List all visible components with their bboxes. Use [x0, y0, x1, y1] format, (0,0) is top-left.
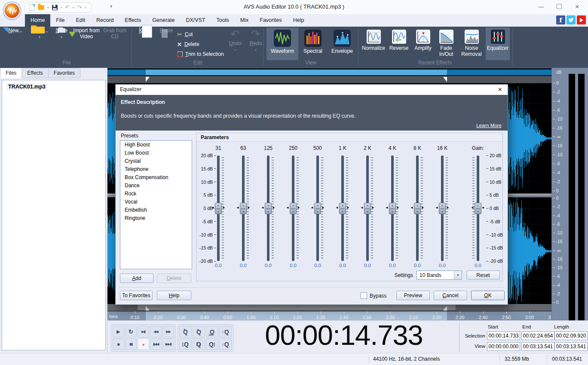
- eq-band-slider[interactable]: 16 K ◄ ► ▲ ▼ 0.0: [435, 133, 450, 279]
- eq-band-slider[interactable]: 31 ◄ ► ▲ ▼ 0.0: [211, 133, 226, 279]
- save-button[interactable]: Save ▾: [52, 27, 71, 60]
- normalize-button[interactable]: Normalize: [361, 27, 386, 60]
- skip-to-start-button[interactable]: ▮◀◀: [150, 338, 162, 350]
- minimize-button[interactable]: —: [532, 0, 550, 13]
- zoom-out-button[interactable]: Q−: [193, 326, 205, 338]
- slider-handle[interactable]: ▲ ▼: [389, 203, 396, 214]
- zoom-100-button[interactable]: Q100: [206, 326, 218, 338]
- preset-item[interactable]: Embellish: [120, 206, 192, 214]
- scrollbar-thumb[interactable]: [138, 305, 456, 310]
- play-button[interactable]: ▶: [113, 326, 124, 338]
- loop-playback-button[interactable]: ↻: [125, 326, 137, 338]
- copy-button[interactable]: Copy ▾: [136, 27, 156, 60]
- envelope-view-button[interactable]: Envelope: [328, 27, 357, 60]
- eq-band-slider[interactable]: 4 K ◄ ► ▲ ▼ 0.0: [385, 133, 400, 279]
- overview-selection[interactable]: [146, 70, 447, 75]
- ok-button[interactable]: OK: [471, 291, 505, 300]
- menu-item[interactable]: Help: [288, 14, 310, 27]
- zoom-to-selection-button[interactable]: Q: [193, 338, 205, 350]
- selection-start-marker[interactable]: [146, 77, 150, 82]
- vertical-zoom-out-button[interactable]: ↕Q: [219, 338, 232, 350]
- app-logo-icon[interactable]: [3, 1, 21, 20]
- view-end-field[interactable]: 00:03:13.541: [521, 342, 554, 351]
- rewind-button[interactable]: ◀◀: [150, 326, 162, 338]
- preset-item[interactable]: Ringtone: [120, 214, 192, 222]
- preset-item[interactable]: Crystal: [120, 157, 192, 165]
- selection-end-marker[interactable]: [443, 77, 447, 82]
- eq-band-slider[interactable]: 2 K ◄ ► ▲ ▼ 0.0: [360, 133, 375, 279]
- tab-files[interactable]: Files: [0, 68, 22, 78]
- tab-favorites[interactable]: Favorites: [49, 68, 80, 78]
- import-from-video-button[interactable]: Import from Video: [72, 27, 101, 60]
- menu-item[interactable]: Favorites: [254, 14, 287, 27]
- dialog-title-bar[interactable]: Equalizer ✕: [116, 85, 508, 95]
- skip-to-end-button[interactable]: ▶▶▮: [162, 338, 174, 350]
- menu-item[interactable]: Home: [25, 14, 50, 27]
- tab-effects[interactable]: Effects: [22, 68, 48, 78]
- menu-item[interactable]: Tools: [211, 14, 235, 27]
- fast-forward-button[interactable]: ▶▶: [162, 326, 174, 338]
- menu-item[interactable]: File: [50, 14, 70, 27]
- preview-button[interactable]: Preview: [396, 291, 430, 300]
- menu-item[interactable]: Record: [91, 14, 119, 27]
- eq-band-slider[interactable]: 8 K ◄ ► ▲ ▼ 0.0: [410, 133, 425, 279]
- help-button[interactable]: Help: [157, 291, 191, 300]
- zoom-selection-start-button[interactable]: [Q: [179, 338, 192, 350]
- preset-item[interactable]: Low Boost: [120, 149, 192, 157]
- learn-more-link[interactable]: Learn More: [476, 123, 502, 128]
- selection-start-field[interactable]: 00:00:14.733: [487, 332, 520, 340]
- presets-listbox[interactable]: High BoostLow BoostCrystalTelephoneBox C…: [120, 140, 192, 269]
- gain-slider[interactable]: Gain: ◄ ► ▲ ▼ 0.0: [470, 133, 486, 279]
- reset-button[interactable]: Reset: [466, 271, 500, 280]
- maximize-button[interactable]: [550, 0, 568, 13]
- vertical-zoom-in-button[interactable]: ↕Q: [219, 326, 232, 338]
- spectral-view-button[interactable]: Spectral: [299, 27, 327, 60]
- noise-removal-button[interactable]: Noise Removal: [458, 27, 485, 60]
- selection-end-marker-bottom[interactable]: [443, 306, 447, 310]
- facebook-icon[interactable]: f: [556, 15, 565, 24]
- waveform-view-button[interactable]: Waveform: [266, 27, 298, 60]
- preset-item[interactable]: Box Compensation: [120, 173, 192, 182]
- slider-handle[interactable]: ▲ ▼: [265, 203, 272, 214]
- eq-band-slider[interactable]: 500 ◄ ► ▲ ▼ 0.0: [310, 133, 325, 279]
- preset-item[interactable]: Telephone: [120, 165, 192, 173]
- view-length-field[interactable]: 00:03:13.541: [554, 342, 588, 351]
- fade-in-out-button[interactable]: Fade In/Out: [435, 27, 457, 60]
- menu-item[interactable]: DX/VST: [180, 14, 211, 27]
- slider-handle[interactable]: ▲ ▼: [364, 203, 371, 214]
- preset-item[interactable]: High Boost: [120, 141, 192, 149]
- zoom-selection-end-button[interactable]: Q]: [206, 338, 218, 350]
- play-to-end-button[interactable]: ▶▮: [138, 326, 149, 338]
- view-start-field[interactable]: 00:00:00.000: [487, 342, 520, 351]
- twitter-icon[interactable]: [567, 15, 576, 24]
- slider-handle[interactable]: ▲ ▼: [339, 203, 346, 214]
- slider-handle[interactable]: ▲ ▼: [290, 203, 297, 214]
- equalizer-button[interactable]: Equalizer: [486, 27, 510, 60]
- eq-band-slider[interactable]: 1 K ◄ ► ▲ ▼ 0.0: [335, 133, 350, 279]
- slider-handle[interactable]: ▲ ▼: [240, 203, 247, 214]
- stop-button[interactable]: ■: [113, 338, 124, 350]
- menu-item[interactable]: Edit: [70, 14, 91, 27]
- bottom-scrollbar[interactable]: [107, 304, 551, 311]
- delete-button[interactable]: ✕ Delete: [177, 40, 199, 49]
- close-button[interactable]: ✕: [568, 0, 586, 13]
- slider-handle[interactable]: ▲ ▼: [314, 203, 321, 214]
- preset-item[interactable]: Dance: [120, 182, 192, 190]
- cancel-button[interactable]: Cancel: [434, 291, 467, 300]
- select-dropdown-icon[interactable]: ▼: [454, 271, 462, 279]
- to-favorites-button[interactable]: To Favorites: [120, 291, 153, 300]
- slider-handle[interactable]: ▲ ▼: [215, 203, 222, 214]
- trim-to-selection-button[interactable]: Trim to Selection: [177, 50, 224, 58]
- cut-button[interactable]: ✂ Cut: [177, 30, 193, 39]
- file-list-item[interactable]: TRACK01.mp3: [6, 84, 105, 90]
- slider-handle[interactable]: ▲ ▼: [439, 203, 446, 214]
- bypass-checkbox[interactable]: [361, 292, 367, 299]
- selection-length-field[interactable]: 00:02:09.920: [554, 332, 588, 340]
- record-button[interactable]: ●: [138, 338, 149, 350]
- eq-band-slider[interactable]: 250 ◄ ► ▲ ▼ 0.0: [285, 133, 301, 279]
- open-button[interactable]: Open... ▾: [28, 27, 51, 60]
- dialog-close-icon[interactable]: ✕: [498, 86, 502, 93]
- bypass-option[interactable]: Bypass: [361, 292, 386, 299]
- eq-band-slider[interactable]: 125 ◄ ► ▲ ▼ 0.0: [260, 133, 276, 279]
- slider-handle[interactable]: ▲ ▼: [414, 203, 421, 214]
